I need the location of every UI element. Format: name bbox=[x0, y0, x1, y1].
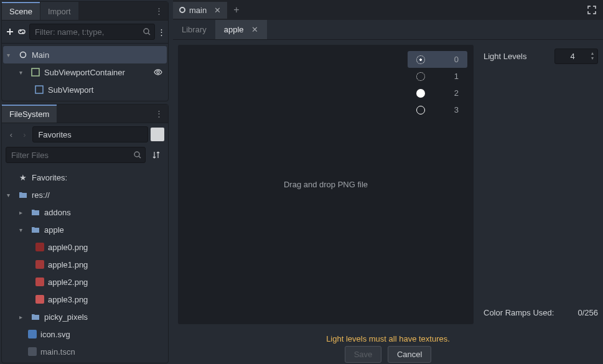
file-main-tscn[interactable]: main.tscn bbox=[3, 343, 167, 360]
folder-label: picky_pixels bbox=[44, 312, 88, 322]
save-button: Save bbox=[345, 346, 382, 363]
panel-menu-icon[interactable]: ⋮ bbox=[150, 106, 168, 121]
tree-node-subviewportcontainer[interactable]: ▾ SubViewportContainer bbox=[3, 63, 167, 81]
folder-apple[interactable]: ▾ apple bbox=[3, 221, 167, 238]
svg-point-3 bbox=[157, 71, 159, 73]
image-thumb-icon bbox=[28, 330, 37, 338]
nav-forward-button[interactable]: › bbox=[19, 130, 30, 139]
scene-tree: ▾ Main ▾ SubViewportContainer bbox=[2, 44, 168, 101]
svg-rect-4 bbox=[35, 86, 43, 93]
tab-scene[interactable]: Scene bbox=[2, 2, 40, 20]
dropzone-label: Drag and drop PNG file bbox=[284, 180, 368, 189]
dropzone[interactable]: Drag and drop PNG file 0 1 2 3 bbox=[178, 45, 474, 324]
svg-rect-2 bbox=[32, 68, 39, 76]
tab-filesystem[interactable]: FileSystem bbox=[2, 105, 57, 123]
folder-icon bbox=[30, 312, 40, 322]
light-levels-input[interactable]: 4 ▴▾ bbox=[554, 49, 598, 64]
tab-import[interactable]: Import bbox=[40, 2, 78, 20]
node-icon bbox=[18, 50, 28, 60]
light-icon bbox=[416, 72, 425, 81]
folder-icon bbox=[30, 225, 40, 235]
file-filter-input[interactable] bbox=[6, 147, 146, 163]
tree-node-subviewport[interactable]: SubViewport bbox=[3, 81, 167, 98]
nav-back-button[interactable]: ‹ bbox=[6, 130, 17, 139]
visibility-icon[interactable] bbox=[153, 67, 163, 77]
light-level-label: 2 bbox=[454, 88, 459, 98]
panel-menu-icon[interactable]: ⋮ bbox=[150, 4, 168, 18]
tree-node-label: Main bbox=[32, 50, 49, 60]
warning-text: Light levels must all have textures. bbox=[178, 334, 598, 343]
light-icon bbox=[416, 106, 425, 114]
link-button[interactable] bbox=[17, 24, 27, 40]
file-tree: ★ Favorites: ▾ res:// ▸ addons ▾ bbox=[2, 166, 168, 363]
light-level-label: 1 bbox=[454, 72, 459, 81]
image-thumb-icon bbox=[35, 260, 44, 269]
close-icon[interactable]: ✕ bbox=[214, 6, 221, 15]
image-thumb-icon bbox=[35, 295, 44, 304]
chevron-down-icon[interactable]: ▾ bbox=[7, 192, 14, 198]
file-apple0[interactable]: apple0.png bbox=[3, 238, 167, 256]
sub-tab-apple[interactable]: apple ✕ bbox=[215, 20, 267, 39]
cancel-button[interactable]: Cancel bbox=[388, 346, 431, 363]
light-icon bbox=[416, 55, 425, 64]
scene-filter-input[interactable] bbox=[29, 24, 155, 40]
light-level-0[interactable]: 0 bbox=[408, 51, 467, 68]
folder-label: addons bbox=[44, 208, 71, 217]
sub-tab-library[interactable]: Library bbox=[173, 20, 215, 39]
ramps-label: Color Ramps Used: bbox=[484, 308, 554, 317]
image-thumb-icon bbox=[35, 243, 44, 251]
scene-icon bbox=[179, 7, 185, 13]
file-icon-svg[interactable]: icon.svg bbox=[3, 325, 167, 343]
file-label: icon.svg bbox=[40, 330, 70, 339]
file-apple3[interactable]: apple3.png bbox=[3, 291, 167, 308]
folder-icon bbox=[18, 190, 28, 200]
light-level-3[interactable]: 3 bbox=[408, 101, 467, 118]
scene-file-icon bbox=[28, 347, 37, 356]
svg-point-1 bbox=[21, 52, 26, 58]
light-level-label: 3 bbox=[454, 105, 459, 114]
close-icon[interactable]: ✕ bbox=[251, 25, 258, 34]
scene-menu-icon[interactable]: ⋮ bbox=[157, 24, 166, 40]
image-thumb-icon bbox=[35, 278, 44, 286]
tab-label: main bbox=[189, 6, 207, 15]
light-levels-label: Light Levels bbox=[484, 52, 526, 61]
fullscreen-icon[interactable] bbox=[581, 1, 603, 19]
chevron-down-icon[interactable]: ▾ bbox=[19, 69, 27, 76]
sort-button[interactable] bbox=[148, 147, 164, 163]
light-levels-value: 4 bbox=[570, 52, 574, 61]
add-node-button[interactable] bbox=[6, 24, 14, 40]
chevron-right-icon[interactable]: ▸ bbox=[19, 209, 27, 216]
file-label: main.tscn bbox=[40, 347, 75, 357]
light-icon bbox=[416, 89, 425, 98]
folder-label: apple bbox=[44, 225, 64, 235]
tree-node-label: SubViewportContainer bbox=[44, 68, 125, 77]
chevron-down-icon[interactable]: ▾ bbox=[19, 226, 27, 233]
add-tab-button[interactable]: + bbox=[227, 1, 245, 19]
main-tab-main[interactable]: main ✕ bbox=[173, 2, 227, 19]
chevron-right-icon[interactable]: ▸ bbox=[19, 314, 27, 320]
folder-picky[interactable]: ▸ picky_pixels bbox=[3, 308, 167, 325]
folder-addons[interactable]: ▸ addons bbox=[3, 203, 167, 221]
file-apple2[interactable]: apple2.png bbox=[3, 273, 167, 291]
file-label: apple3.png bbox=[48, 295, 88, 304]
color-swatch[interactable] bbox=[151, 128, 164, 141]
folder-label: res:// bbox=[32, 190, 50, 200]
light-level-label: 0 bbox=[454, 55, 459, 64]
favorites-item[interactable]: ★ Favorites: bbox=[3, 169, 167, 186]
ramps-value: 0/256 bbox=[577, 308, 598, 317]
file-label: apple1.png bbox=[48, 260, 88, 269]
path-input[interactable] bbox=[32, 126, 148, 142]
container-icon bbox=[30, 67, 40, 77]
folder-res[interactable]: ▾ res:// bbox=[3, 186, 167, 203]
spinner-icon[interactable]: ▴▾ bbox=[591, 51, 594, 61]
sub-tab-label: apple bbox=[224, 25, 244, 34]
tree-node-main[interactable]: ▾ Main bbox=[3, 46, 167, 63]
light-level-2[interactable]: 2 bbox=[408, 85, 467, 101]
light-level-1[interactable]: 1 bbox=[408, 68, 467, 85]
file-apple1[interactable]: apple1.png bbox=[3, 256, 167, 273]
chevron-down-icon[interactable]: ▾ bbox=[7, 52, 14, 58]
favorites-label: Favorites: bbox=[32, 173, 67, 182]
star-icon: ★ bbox=[18, 172, 28, 182]
tree-node-label: SubViewport bbox=[48, 85, 93, 95]
file-label: apple2.png bbox=[48, 278, 88, 287]
